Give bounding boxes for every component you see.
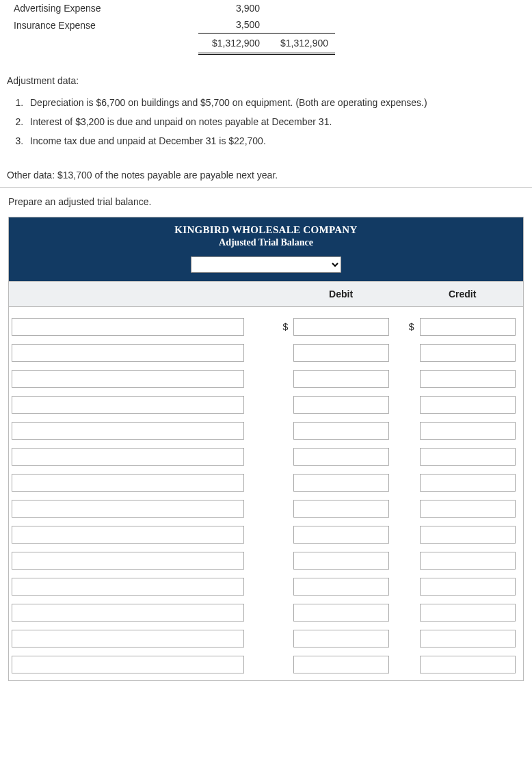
currency-symbol [271,548,291,574]
credit-input[interactable] [420,474,516,492]
adjusted-trial-balance-worksheet: KINGBIRD WHOLESALE COMPANY Adjusted Tria… [8,217,524,681]
currency-symbol [397,496,417,522]
adjustment-item: Interest of $3,200 is due and unpaid on … [26,112,532,131]
debit-input[interactable] [293,422,389,440]
currency-symbol [397,366,417,392]
currency-symbol [397,392,417,418]
credit-input[interactable] [420,630,516,647]
account-name-input[interactable] [12,552,244,570]
debit-input[interactable] [293,500,389,518]
currency-symbol [397,470,417,496]
credit-input[interactable] [420,396,516,414]
debit-input[interactable] [293,448,389,466]
input-row [9,496,523,522]
currency-symbol [397,548,417,574]
currency-symbol [397,418,417,444]
currency-symbol [271,496,291,522]
account-name-input[interactable] [12,396,244,414]
input-row [9,522,523,548]
currency-symbol [271,340,291,366]
account-name-input[interactable] [12,526,244,544]
currency-symbol [271,626,291,652]
currency-symbol [397,444,417,470]
debit-input[interactable] [293,578,389,596]
ledger-row: Insurance Expense 3,500 [7,16,335,34]
input-row [9,600,523,626]
ledger-credit [267,16,335,34]
ledger-credit [267,0,335,16]
account-name-input[interactable] [12,656,244,673]
column-headers: Debit Credit [9,281,523,307]
input-row [9,366,523,392]
input-row [9,418,523,444]
credit-input[interactable] [420,578,516,596]
input-row: $$ [9,314,523,340]
credit-input[interactable] [420,318,516,336]
credit-input[interactable] [420,422,516,440]
ledger-debit: 3,500 [198,16,267,34]
currency-symbol [271,444,291,470]
input-row [9,626,523,652]
debit-input[interactable] [293,318,389,336]
credit-input[interactable] [420,448,516,466]
currency-symbol [397,340,417,366]
credit-input[interactable] [420,344,516,362]
currency-symbol [271,600,291,626]
currency-symbol [271,574,291,600]
currency-symbol [397,522,417,548]
currency-symbol [271,418,291,444]
debit-input[interactable] [293,396,389,414]
debit-input[interactable] [293,604,389,622]
credit-input[interactable] [420,500,516,518]
date-select[interactable] [191,256,341,273]
debit-input[interactable] [293,344,389,362]
adjustment-list: Depreciation is $6,700 on buildings and … [7,93,532,150]
credit-input[interactable] [420,370,516,388]
worksheet-title: Adjusted Trial Balance [9,237,523,248]
currency-symbol [271,470,291,496]
currency-symbol: $ [397,314,417,340]
currency-symbol [397,600,417,626]
ledger-table: Advertising Expense 3,900 Insurance Expe… [7,0,335,55]
other-data-text: Other data: $13,700 of the notes payable… [7,170,525,181]
credit-input[interactable] [420,656,516,673]
input-row [9,574,523,600]
account-name-input[interactable] [12,578,244,596]
currency-symbol [271,522,291,548]
account-name-input[interactable] [12,604,244,622]
account-name-input[interactable] [12,500,244,518]
account-name-input[interactable] [12,318,244,336]
account-name-input[interactable] [12,474,244,492]
ledger-account-name: Insurance Expense [7,16,198,34]
ledger-total-row: $1,312,900 $1,312,900 [7,34,335,54]
worksheet-date-row [9,252,523,281]
company-name: KINGBIRD WHOLESALE COMPANY [9,224,523,236]
debit-input[interactable] [293,474,389,492]
worksheet-header: KINGBIRD WHOLESALE COMPANY Adjusted Tria… [9,217,523,252]
account-name-input[interactable] [12,448,244,466]
account-name-input[interactable] [12,422,244,440]
adjustment-item: Depreciation is $6,700 on buildings and … [26,93,532,112]
debit-input[interactable] [293,526,389,544]
account-name-input[interactable] [12,630,244,647]
credit-input[interactable] [420,526,516,544]
debit-input[interactable] [293,656,389,673]
ledger-account-name: Advertising Expense [7,0,198,16]
adjustment-item: Income tax due and unpaid at December 31… [26,131,532,150]
currency-symbol [271,366,291,392]
credit-input[interactable] [420,552,516,570]
input-row [9,392,523,418]
account-name-input[interactable] [12,344,244,362]
adjustment-heading: Adjustment data: [7,75,532,86]
currency-symbol [397,652,417,678]
currency-symbol [271,392,291,418]
input-row [9,340,523,366]
debit-header: Debit [280,282,402,306]
ledger-total-credit: $1,312,900 [267,34,335,54]
debit-input[interactable] [293,552,389,570]
currency-symbol [397,574,417,600]
credit-input[interactable] [420,604,516,622]
account-name-input[interactable] [12,370,244,388]
debit-input[interactable] [293,630,389,647]
debit-input[interactable] [293,370,389,388]
